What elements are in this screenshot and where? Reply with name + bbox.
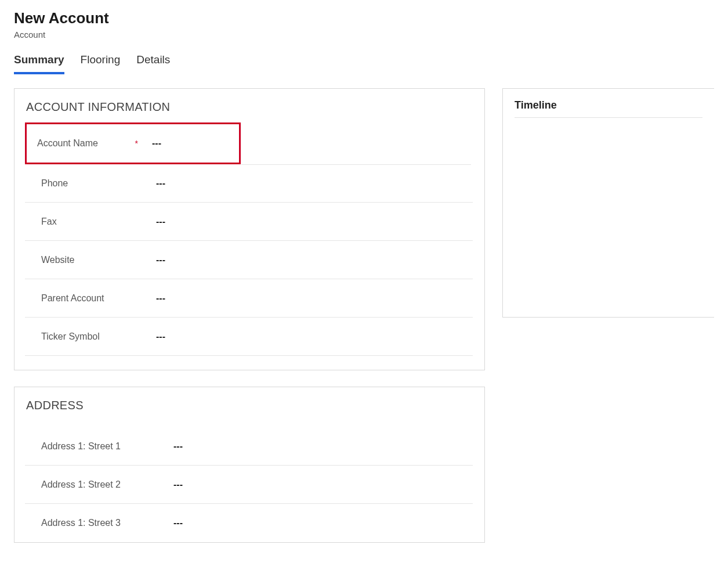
field-value-ticker-symbol[interactable]: --- <box>156 331 467 342</box>
field-account-name[interactable]: Account Name * --- <box>25 122 241 164</box>
field-value-account-name[interactable]: --- <box>152 138 233 149</box>
field-value-website[interactable]: --- <box>156 255 467 265</box>
timeline-panel: Timeline <box>502 88 714 318</box>
field-label-parent-account: Parent Account <box>41 293 104 304</box>
field-parent-account[interactable]: Parent Account --- <box>25 279 473 318</box>
field-value-parent-account[interactable]: --- <box>156 293 467 304</box>
field-label-address1-street3: Address 1: Street 3 <box>41 518 121 528</box>
field-label-website: Website <box>41 255 75 265</box>
field-phone[interactable]: Phone --- <box>25 164 473 203</box>
field-value-address1-street2[interactable]: --- <box>173 480 467 490</box>
tab-bar: Summary Flooring Details <box>0 53 728 74</box>
page-title: New Account <box>14 9 714 27</box>
field-label-fax: Fax <box>41 217 57 227</box>
field-address1-street3[interactable]: Address 1: Street 3 --- <box>25 504 473 542</box>
field-value-fax[interactable]: --- <box>156 217 467 227</box>
section-title-account-info: ACCOUNT INFORMATION <box>26 100 473 114</box>
field-label-account-name: Account Name <box>37 138 98 149</box>
tab-flooring[interactable]: Flooring <box>81 53 121 74</box>
section-title-address: ADDRESS <box>26 399 473 412</box>
field-label-phone: Phone <box>41 178 68 189</box>
field-address1-street1[interactable]: Address 1: Street 1 --- <box>25 427 473 466</box>
tab-summary[interactable]: Summary <box>14 53 64 74</box>
required-marker-icon: * <box>135 139 138 148</box>
field-value-address1-street3[interactable]: --- <box>173 518 467 528</box>
field-website[interactable]: Website --- <box>25 241 473 279</box>
field-ticker-symbol[interactable]: Ticker Symbol --- <box>25 318 473 356</box>
address-section: ADDRESS Address 1: Street 1 --- Address … <box>14 387 485 543</box>
field-value-phone[interactable]: --- <box>156 178 467 189</box>
field-label-address1-street1: Address 1: Street 1 <box>41 441 121 452</box>
account-information-section: ACCOUNT INFORMATION Account Name * --- P… <box>14 88 485 370</box>
field-value-address1-street1[interactable]: --- <box>173 441 467 452</box>
field-label-ticker-symbol: Ticker Symbol <box>41 331 100 342</box>
entity-type-label: Account <box>14 30 714 39</box>
timeline-title: Timeline <box>515 99 702 118</box>
tab-details[interactable]: Details <box>136 53 170 74</box>
field-fax[interactable]: Fax --- <box>25 203 473 241</box>
field-label-address1-street2: Address 1: Street 2 <box>41 480 121 490</box>
field-address1-street2[interactable]: Address 1: Street 2 --- <box>25 466 473 504</box>
